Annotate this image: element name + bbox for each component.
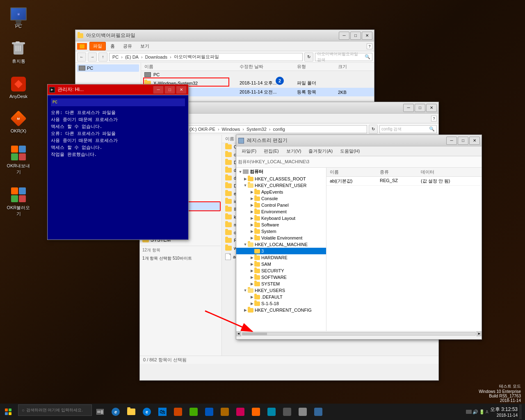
okr-receive-icon[interactable]: OKR불러오기 — [4, 185, 33, 219]
taskbar-time[interactable]: 오후 3:12:53 2018-11-14 — [490, 406, 518, 418]
explorer1-pc-item[interactable]: PC — [77, 64, 139, 72]
regedit-scroll-right[interactable]: ► — [477, 331, 482, 336]
folder-software-hklm — [254, 275, 260, 280]
taskbar-search-box[interactable]: ○ 검색하려면 여기에 입력하세요. — [18, 404, 92, 416]
explorer2-search-bar[interactable]: config 검색 🔍 — [379, 125, 437, 133]
regedit-row-default[interactable]: ab|(기본값) REG_SZ (값 설정 안 됨) — [326, 177, 482, 186]
tree-item-appevents[interactable]: ▶ AppEvents — [236, 189, 326, 195]
explorer2-minimize-btn[interactable]: ─ — [403, 104, 414, 112]
regedit-scroll-left[interactable]: ◄ — [236, 331, 241, 336]
explorer2-refresh-btn[interactable]: ↻ — [369, 125, 378, 134]
path-da[interactable]: (E) DA — [124, 54, 140, 60]
tree-item-software-hklm[interactable]: ▶ SOFTWARE — [236, 274, 326, 281]
regedit-menu-favorites[interactable]: 즐겨찾기(A) — [305, 147, 336, 155]
taskbar-app7-btn[interactable] — [264, 404, 279, 419]
explorer1-back-btn[interactable]: ← — [77, 52, 86, 62]
regedit-close-btn[interactable]: ✕ — [469, 137, 480, 145]
taskbar-app8-btn[interactable] — [280, 404, 294, 419]
regedit-hscrollbar[interactable]: ◄ ► — [236, 331, 482, 336]
explorer1-search-bar[interactable]: 아오미백어퍼필요파일 검색 🔍 — [315, 53, 372, 61]
taskbar-store-btn[interactable]: 🛍 — [155, 404, 170, 419]
tree-item-volatile[interactable]: ▶ Volatile Environment — [236, 235, 326, 241]
explorer2-path[interactable]: PC › (X:) OKR-PE › Windows › System32 › … — [173, 125, 367, 133]
e2-path-windows[interactable]: Windows — [221, 126, 242, 132]
taskbar-app1-btn[interactable] — [171, 404, 185, 419]
pc-icon[interactable]: 🖥 PC — [4, 4, 33, 30]
e2-path-system32[interactable]: System32 — [245, 126, 268, 132]
trash-icon[interactable]: 휴지통 — [4, 39, 33, 66]
taskbar-show-desktop-btn[interactable] — [519, 404, 522, 419]
regedit-menu-edit[interactable]: 편집(E) — [260, 147, 283, 155]
path-pc[interactable]: PC — [111, 54, 120, 60]
explorer2-maximize-btn[interactable]: □ — [415, 104, 425, 112]
tree-item-console[interactable]: ▶ Console — [236, 195, 326, 202]
tree-item-security-hklm[interactable]: ▶ SECURITY — [236, 267, 326, 274]
admin-console-maximize-btn[interactable]: □ — [164, 86, 175, 94]
explorer1-tab-view[interactable]: 보기 — [137, 42, 153, 50]
tree-item-hardware[interactable]: ▶ HARDWARE — [236, 254, 326, 261]
taskbar-app3-btn[interactable] — [202, 404, 217, 419]
tree-item-system-hkcu[interactable]: ▶ System — [236, 228, 326, 235]
taskbar-app4-btn[interactable] — [217, 404, 232, 419]
taskbar-app6-btn[interactable] — [249, 404, 263, 419]
taskbar-files-btn[interactable] — [124, 404, 139, 419]
file-item-pc[interactable]: PC — [141, 71, 374, 79]
tree-item-sam-hklm[interactable]: ▶ SAM — [236, 261, 326, 267]
tree-item-hkcu[interactable]: ▼ HKEY_CURRENT_USER — [236, 182, 326, 189]
anydesk-icon[interactable]: AnyDesk — [4, 74, 33, 100]
taskbar-app5-btn[interactable] — [233, 404, 248, 419]
regedit-menu-file[interactable]: 파일(F) — [238, 147, 260, 155]
explorer1-close-btn[interactable]: ✕ — [362, 32, 372, 40]
tree-item-3[interactable]: 3 — [236, 248, 326, 254]
e2-path-config[interactable]: config — [272, 126, 286, 132]
tree-item-hkcr[interactable]: ▶ HKEY_CLASSES_ROOT — [236, 176, 326, 182]
admin-console-minimize-btn[interactable]: ─ — [153, 86, 164, 94]
taskbar-app10-btn[interactable] — [311, 404, 326, 419]
tree-item-s1518[interactable]: ▶ S-1-5-18 — [236, 300, 326, 307]
path-downloads[interactable]: Downloads — [144, 54, 169, 60]
explorer2-close-btn[interactable]: ✕ — [426, 104, 437, 112]
tree-item-computer[interactable]: ▼ 컴퓨터 — [236, 168, 326, 176]
explorer1-tab-share[interactable]: 공유 — [119, 42, 136, 50]
tree-item-software-hkcu[interactable]: ▶ Software — [236, 221, 326, 228]
explorer1-tab-home[interactable]: 홈 — [107, 42, 119, 50]
tree-item-keyboardlayout[interactable]: ▶ Keyboard Layout — [236, 215, 326, 221]
tree-item-controlpanel[interactable]: ▶ Control Panel — [236, 202, 326, 208]
tray-A: A — [486, 410, 488, 414]
taskbar-taskview-btn[interactable] — [93, 404, 107, 419]
explorer2-help-btn[interactable]: ? — [431, 116, 437, 121]
explorer1-minimize-btn[interactable]: ─ — [339, 32, 349, 40]
tree-item-system-hklm[interactable]: ▶ SYSTEM — [236, 281, 326, 287]
regedit-scroll-track[interactable] — [242, 332, 476, 336]
tree-item-environment[interactable]: ▶ Environment — [236, 208, 326, 215]
explorer1-maximize-btn[interactable]: □ — [350, 32, 361, 40]
regedit-maximize-btn[interactable]: □ — [458, 137, 468, 145]
regedit-menu-help[interactable]: 도움말(H) — [336, 147, 363, 155]
regedit-minimize-btn[interactable]: ─ — [446, 137, 457, 145]
explorer1-forward-btn[interactable]: → — [88, 52, 97, 62]
explorer1-refresh-btn[interactable]: ↻ — [304, 52, 313, 62]
admin-console-close-btn[interactable]: ✕ — [176, 86, 187, 94]
taskbar-start-btn[interactable] — [0, 404, 16, 420]
taskbar-app9-btn[interactable] — [295, 404, 310, 419]
default-hku-expand: ▶ — [249, 294, 254, 299]
e2-path-okrpe[interactable]: (X:) OKR-PE — [188, 126, 217, 132]
regedit-menu-view[interactable]: 보기(V) — [283, 147, 305, 155]
taskbar-tray: 🔊 🔋 A — [466, 409, 488, 415]
taskbar-edge-btn[interactable]: e — [139, 404, 154, 419]
app3-icon — [205, 408, 213, 416]
taskbar-app2-btn[interactable] — [186, 404, 201, 419]
path-folder[interactable]: 아오미백어퍼필요파일 — [173, 53, 220, 60]
tree-item-hkcc[interactable]: ▶ HKEY_CURRENT_CONFIG — [236, 307, 326, 313]
explorer1-help-btn[interactable]: ? — [367, 43, 372, 49]
taskbar-ie-btn[interactable]: e — [108, 404, 123, 419]
tree-item-hku[interactable]: ▼ HKEY_USERS — [236, 287, 326, 294]
explorer1-tab-file[interactable]: 파일 — [89, 42, 106, 50]
tree-item-default-hku[interactable]: ▶ .DEFAULT — [236, 294, 326, 300]
explorer1-path[interactable]: PC › (E) DA › Downloads › 아오미백어퍼필요파일 — [109, 53, 303, 61]
okr-send-icon[interactable]: OKR내보내기 — [4, 143, 33, 177]
tree-item-hklm[interactable]: ▼ HKEY_LOCAL_MACHINE — [236, 241, 326, 248]
explorer1-up-btn[interactable]: ↑ — [98, 52, 107, 62]
taskbar-apps: ○ 검색하려면 여기에 입력하세요. e e — [16, 404, 463, 419]
okrx-icon[interactable]: M OKR(X) — [4, 109, 33, 135]
